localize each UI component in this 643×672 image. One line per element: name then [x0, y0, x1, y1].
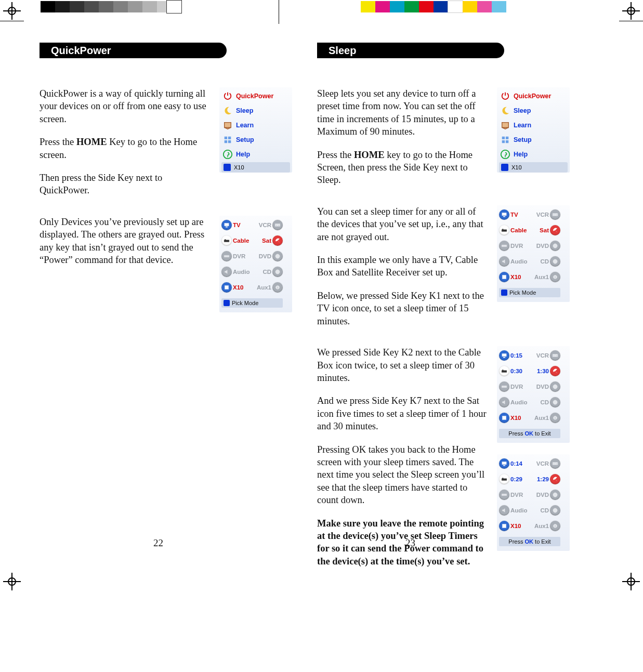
- cd-icon: [272, 267, 283, 277]
- device-label: X10: [510, 274, 529, 280]
- register-mark-icon: [4, 3, 20, 19]
- moon-icon: [222, 106, 233, 116]
- swatch: [448, 1, 463, 12]
- menu-item-learn: Learn: [221, 118, 290, 132]
- section-heading-sleep: Sleep: [317, 43, 504, 58]
- left-blocks: QuickPower is a way of quickly turning a…: [40, 87, 292, 312]
- menu-label: Help: [514, 151, 528, 158]
- body-paragraph: In this example we only have a TV, Cable…: [317, 254, 490, 279]
- grid-footer: Press OK to Exit: [499, 537, 560, 546]
- body-paragraph: Only Devices you’ve previously set up ar…: [40, 216, 212, 267]
- sat-icon: [272, 235, 283, 246]
- sat-icon: [550, 474, 560, 484]
- menu-item-help: Help: [499, 148, 568, 161]
- device-label: VCR: [530, 212, 549, 218]
- cable-icon: [499, 474, 509, 484]
- grid-footer: Pick Mode: [499, 288, 560, 297]
- help-icon: [500, 149, 510, 160]
- device-label: 1:29: [530, 476, 549, 482]
- swatch: [70, 1, 84, 12]
- dvd-icon: [550, 381, 560, 392]
- body-paragraph: Press the HOME Key to go to the Home scr…: [40, 136, 212, 161]
- screenshot-stack: QuickPowerSleepLearnSetupHelpX10: [497, 87, 570, 187]
- aux-icon: [550, 521, 560, 531]
- device-label: Aux1: [530, 415, 549, 421]
- moon-icon: [500, 106, 510, 116]
- register-mark-icon: [623, 3, 639, 19]
- device-label: X10: [233, 284, 252, 291]
- device-label: Aux1: [530, 523, 549, 529]
- x10-icon: [499, 272, 509, 282]
- dvr-icon: [221, 251, 232, 261]
- section-heading-quickpower: QuickPower: [40, 43, 227, 58]
- cal-frame: [166, 0, 182, 14]
- menu-item-setup: Setup: [221, 133, 290, 147]
- sat-icon: [550, 225, 560, 235]
- device-label: CD: [530, 258, 549, 265]
- screenshot-stack: TVVCRCableSatDVRDVDAudioCDX10Aux1Pick Mo…: [219, 216, 292, 312]
- device-label: Sat: [253, 238, 271, 244]
- register-mark-icon: [623, 574, 639, 589]
- menu-item-quickpower: QuickPower: [499, 89, 568, 103]
- swatch: [84, 1, 99, 12]
- screenshot-stack: 0:15VCR0:301:30DVRDVDAudioCDX10Aux1Press…: [497, 346, 570, 568]
- content-row: Sleep lets you set any device to turn of…: [317, 87, 570, 187]
- setup-icon: [500, 135, 510, 145]
- cd-icon: [550, 256, 560, 267]
- vcr-icon: [272, 220, 283, 230]
- cable-icon: [499, 366, 509, 376]
- content-row: You can set a sleep timer for any or all…: [317, 205, 570, 327]
- device-label: TV: [233, 222, 252, 228]
- body-paragraph: QuickPower is a way of quickly turning a…: [40, 87, 212, 125]
- sat-icon: [550, 366, 560, 376]
- menu-footer: X10: [499, 162, 568, 173]
- tv-icon: [221, 220, 232, 230]
- aux-icon: [550, 413, 560, 423]
- setup-icon: [222, 135, 233, 145]
- swatch: [128, 1, 142, 12]
- device-label: DVR: [510, 492, 529, 498]
- audio-icon: [221, 267, 232, 277]
- grid-footer-text: Press OK to Exit: [508, 430, 550, 437]
- device-label: DVR: [510, 384, 529, 390]
- swatch: [404, 1, 419, 12]
- device-label: Audio: [510, 507, 529, 513]
- vcr-icon: [550, 209, 560, 220]
- tv-icon: [499, 209, 509, 220]
- left-column: QuickPower QuickPower is a way of quickl…: [40, 43, 292, 586]
- page-number-right: 23: [405, 537, 415, 549]
- menu-item-sleep: Sleep: [499, 104, 568, 117]
- body-paragraph: And we press Side Key K7 next to the Sat…: [317, 394, 490, 432]
- tv-icon: [499, 458, 509, 469]
- cd-icon: [550, 505, 560, 516]
- page-number-left: 22: [153, 537, 163, 549]
- swatch: [142, 1, 157, 12]
- menu-label: Learn: [236, 122, 254, 129]
- device-label: 0:14: [510, 460, 529, 467]
- device-label: Sat: [530, 227, 549, 233]
- right-column: Sleep Sleep lets you set any device to t…: [317, 43, 570, 586]
- device-grid-screenshot: TVVCRCableSatDVRDVDAudioCDX10Aux1Pick Mo…: [219, 216, 292, 312]
- device-label: VCR: [253, 222, 271, 228]
- menu-label: Sleep: [236, 107, 253, 114]
- audio-icon: [499, 397, 509, 407]
- swatch: [463, 1, 477, 12]
- aux-icon: [272, 282, 283, 293]
- x10-icon: [499, 521, 509, 531]
- learn-icon: [500, 120, 510, 130]
- device-label: Audio: [510, 399, 529, 405]
- menu-item-help: Help: [221, 148, 290, 161]
- device-label: CD: [253, 269, 271, 275]
- crop-mark: [619, 21, 643, 21]
- menu-label: Sleep: [514, 107, 531, 114]
- swatch: [477, 1, 492, 12]
- grid-footer: Press OK to Exit: [499, 429, 560, 438]
- device-label: TV: [510, 212, 529, 218]
- device-grid-screenshot: 0:15VCR0:301:30DVRDVDAudioCDX10Aux1Press…: [497, 346, 570, 443]
- swatch: [390, 1, 404, 12]
- device-label: 0:15: [510, 352, 529, 359]
- menu-label: Setup: [236, 136, 254, 143]
- menu-item-setup: Setup: [499, 133, 568, 147]
- swatch: [113, 1, 128, 12]
- swatch: [434, 1, 448, 12]
